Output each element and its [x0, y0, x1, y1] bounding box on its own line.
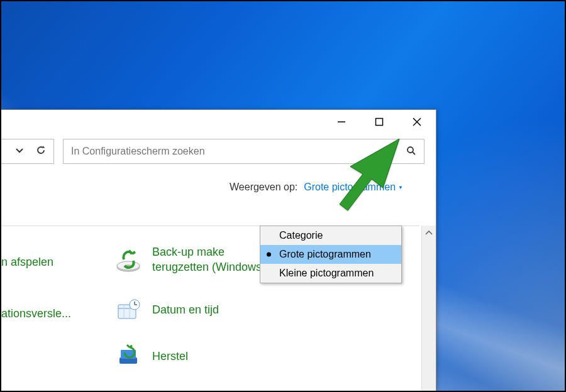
svg-point-4 [408, 147, 413, 153]
item-label: Datum en tijd [152, 302, 219, 317]
dropdown-option-large-icons[interactable]: Grote pictogrammen [260, 245, 401, 264]
dropdown-option-category[interactable]: Categorie [260, 226, 401, 245]
svg-line-5 [413, 152, 415, 155]
dropdown-triangle-icon: ▼ [398, 185, 403, 190]
minimize-button[interactable] [323, 110, 360, 134]
toolbar [1, 135, 436, 170]
dropdown-option-label: Categorie [279, 230, 323, 241]
close-button[interactable] [398, 110, 436, 134]
list-item[interactable]: Back-up make​ terugzetten (Windows 7) [114, 244, 278, 275]
dropdown-option-label: Grote pictogrammen [279, 249, 371, 260]
window-titlebar [1, 110, 436, 135]
view-by-current: Grote pictogrammen [304, 182, 396, 193]
item-label: Herstel [152, 349, 188, 364]
scroll-up-arrow-icon[interactable] [422, 226, 436, 240]
cropped-item-label[interactable]: n afspelen [1, 254, 53, 270]
view-by-label: Weergeven op: [230, 182, 297, 193]
recovery-icon [114, 342, 142, 370]
dropdown-option-small-icons[interactable]: Kleine pictogrammen [260, 264, 401, 283]
date-time-icon [114, 296, 142, 324]
maximize-button[interactable] [360, 110, 398, 134]
selected-indicator-icon [267, 253, 271, 257]
chevron-down-icon[interactable] [13, 146, 26, 157]
search-input[interactable] [71, 146, 406, 157]
address-bar-tail[interactable] [1, 139, 54, 164]
search-box[interactable] [63, 139, 425, 164]
view-by-dropdown: Categorie Grote pictogrammen Kleine pict… [260, 226, 402, 283]
backup-restore-icon [114, 246, 142, 273]
list-item[interactable]: Datum en tijd [114, 296, 219, 324]
dropdown-option-label: Kleine pictogrammen [279, 268, 374, 279]
item-label: Back-up make​ terugzetten (Windows 7) [152, 244, 278, 275]
view-by-selector[interactable]: Grote pictogrammen ▼ [304, 182, 403, 193]
refresh-icon[interactable] [35, 145, 47, 158]
view-by-row: Weergeven op: Grote pictogrammen ▼ [1, 170, 436, 197]
cropped-item-label[interactable]: ationsversle... [1, 306, 71, 321]
vertical-scrollbar[interactable] [421, 226, 436, 391]
control-panel-window: Weergeven op: Grote pictogrammen ▼ n afs… [1, 109, 436, 391]
svg-rect-1 [376, 119, 383, 126]
list-item[interactable]: Herstel [114, 342, 188, 370]
search-icon[interactable] [406, 146, 416, 158]
